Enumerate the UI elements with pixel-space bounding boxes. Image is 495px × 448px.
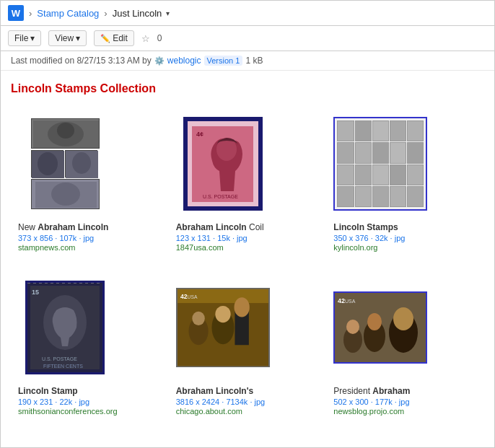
pencil-icon: ✏️ bbox=[100, 34, 110, 43]
svg-text:15: 15 bbox=[32, 289, 39, 296]
item-source-lincoln-stamps[interactable]: kylincoln.org bbox=[333, 243, 377, 252]
svg-point-28 bbox=[215, 306, 230, 322]
item-title-abraham-lincolns: Abraham Lincoln's bbox=[176, 386, 254, 396]
svg-point-7 bbox=[72, 152, 91, 174]
item-source-president-abraham[interactable]: newsblog.projo.com bbox=[333, 407, 404, 416]
nav-sep2: › bbox=[104, 8, 107, 19]
svg-text:42: 42 bbox=[180, 293, 188, 300]
item-title-president-abraham: President Abraham bbox=[333, 386, 410, 396]
svg-point-26 bbox=[192, 312, 204, 325]
file-dropdown-icon: ▾ bbox=[30, 33, 35, 43]
svg-point-30 bbox=[234, 297, 249, 317]
author-icon: ⚙️ bbox=[154, 56, 165, 66]
svg-text:4¢: 4¢ bbox=[196, 131, 203, 138]
svg-text:U.S. POSTAGE: U.S. POSTAGE bbox=[42, 356, 77, 361]
stamp-image-abraham-lincolns[interactable]: 42 USA bbox=[176, 273, 270, 382]
svg-text:USA: USA bbox=[345, 299, 356, 304]
stamp-image-lincoln-stamps[interactable] bbox=[333, 110, 427, 218]
gallery-item-president-abraham: 42 USA President Abraham 502 x 300 · 177… bbox=[333, 273, 477, 416]
item-source-new-abraham-lincoln[interactable]: stampnews.com bbox=[18, 243, 75, 252]
nav-bar: W › Stamp Catalog › Just Lincoln ▾ bbox=[1, 1, 494, 26]
author-link[interactable]: weblogic bbox=[167, 56, 201, 66]
w-icon: W bbox=[8, 5, 24, 21]
gallery-item-new-abraham-lincoln: New Abraham Lincoln 373 x 856 · 107k · j… bbox=[18, 110, 162, 252]
breadcrumb-dropdown-icon[interactable]: ▾ bbox=[166, 9, 170, 17]
svg-point-37 bbox=[346, 320, 359, 334]
item-dims-lincoln-stamp[interactable]: 190 x 231 · 22k · jpg bbox=[18, 398, 89, 406]
item-title-lincoln-stamps: Lincoln Stamps bbox=[333, 222, 398, 232]
gallery-item-lincoln-stamp: 15 U.S. POSTAGE FIFTEEN CENTS Lincoln St… bbox=[18, 273, 162, 416]
item-source-lincoln-stamp[interactable]: smithsonianconferences.org bbox=[18, 407, 118, 416]
star-icon[interactable]: ☆ bbox=[141, 33, 150, 44]
nav-sep1: › bbox=[29, 8, 32, 19]
stamp-image-abraham-lincoln-coil[interactable]: 4¢ U.S. POSTAGE bbox=[176, 110, 270, 218]
edit-label: Edit bbox=[113, 33, 128, 43]
file-size: 1 kB bbox=[245, 56, 263, 66]
stamp-image-president-abraham[interactable]: 42 USA bbox=[333, 273, 427, 382]
view-label: View bbox=[55, 33, 74, 43]
svg-point-10 bbox=[51, 183, 80, 206]
version-badge: Version 1 bbox=[204, 56, 243, 66]
item-dims-new-abraham-lincoln[interactable]: 373 x 856 · 107k · jpg bbox=[18, 234, 94, 242]
stamp-image-new-abraham-lincoln[interactable] bbox=[18, 110, 112, 218]
item-source-abraham-lincoln-coil[interactable]: 1847usa.com bbox=[176, 243, 224, 252]
item-title-new-abraham-lincoln: New Abraham Lincoln bbox=[18, 222, 108, 232]
collection-title: Lincoln Stamps Collection bbox=[11, 82, 484, 95]
gallery-item-abraham-lincolns: 42 USA Abraham Lincoln's 3816 x 2424 · 7… bbox=[176, 273, 320, 416]
item-title-abraham-lincoln-coil: Abraham Lincoln Coil bbox=[176, 222, 264, 232]
svg-point-3 bbox=[57, 123, 74, 139]
svg-text:FIFTEEN CENTS: FIFTEEN CENTS bbox=[43, 364, 83, 369]
item-source-abraham-lincolns[interactable]: chicago.about.com bbox=[176, 407, 242, 416]
item-dims-abraham-lincolns[interactable]: 3816 x 2424 · 7134k · jpg bbox=[176, 398, 266, 406]
gallery-item-lincoln-stamps: Lincoln Stamps 350 x 376 · 32k · jpg kyl… bbox=[333, 110, 477, 252]
main-content: Lincoln Stamps Collection bbox=[1, 71, 494, 427]
gallery-item-abraham-lincoln-coil: 4¢ U.S. POSTAGE Abraham Lincoln Coil 123… bbox=[176, 110, 320, 252]
svg-text:42: 42 bbox=[338, 297, 345, 304]
meta-bar: Last modified on 8/27/15 3:13 AM by ⚙️ w… bbox=[1, 51, 494, 71]
gallery-grid: New Abraham Lincoln 373 x 856 · 107k · j… bbox=[11, 110, 484, 416]
svg-point-39 bbox=[367, 313, 382, 330]
star-count: 0 bbox=[157, 33, 162, 43]
nav-breadcrumb-root[interactable]: Stamp Catalog bbox=[37, 8, 99, 19]
svg-text:USA: USA bbox=[187, 294, 197, 299]
view-dropdown-icon: ▾ bbox=[76, 33, 80, 43]
svg-text:U.S. POSTAGE: U.S. POSTAGE bbox=[203, 194, 238, 199]
item-dims-lincoln-stamps[interactable]: 350 x 376 · 32k · jpg bbox=[333, 234, 405, 242]
nav-breadcrumb-current: Just Lincoln bbox=[113, 8, 162, 19]
svg-point-5 bbox=[38, 152, 58, 175]
stamp-image-lincoln-stamp[interactable]: 15 U.S. POSTAGE FIFTEEN CENTS bbox=[18, 273, 112, 382]
view-button[interactable]: View ▾ bbox=[48, 30, 87, 46]
item-dims-president-abraham[interactable]: 502 x 300 · 177k · jpg bbox=[333, 398, 409, 406]
file-button[interactable]: File ▾ bbox=[8, 30, 41, 46]
item-title-lincoln-stamp: Lincoln Stamp bbox=[18, 386, 78, 396]
file-label: File bbox=[14, 33, 28, 43]
modified-text: Last modified on 8/27/15 3:13 AM by bbox=[11, 56, 152, 66]
toolbar: File ▾ View ▾ ✏️ Edit ☆ 0 bbox=[1, 26, 494, 51]
svg-point-41 bbox=[393, 307, 413, 330]
edit-button[interactable]: ✏️ Edit bbox=[94, 30, 134, 46]
item-dims-abraham-lincoln-coil[interactable]: 123 x 131 · 15k · jpg bbox=[176, 234, 248, 242]
